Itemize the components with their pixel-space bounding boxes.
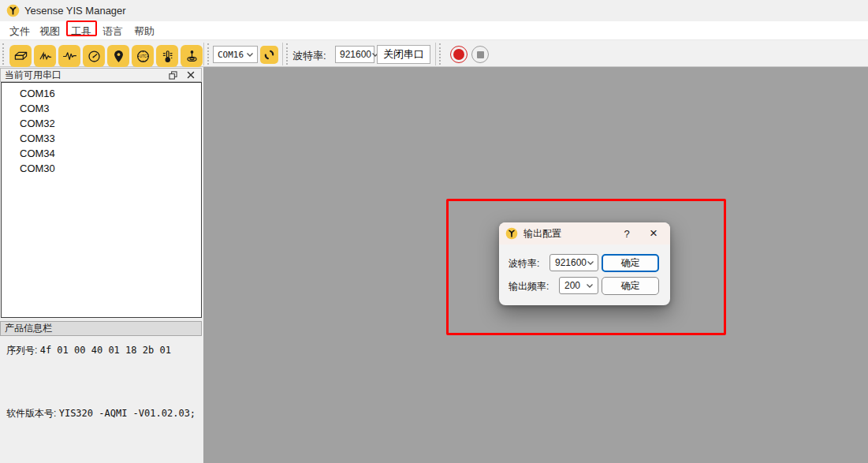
com-port-list: COM16 COM3 COM32 COM33 COM34 COM30: [1, 82, 202, 318]
dialog-body: 波特率: 921600 确定 输出频率: 200 确定: [499, 245, 670, 305]
waveform-icon: [62, 49, 77, 64]
com-port-list-item[interactable]: COM30: [2, 161, 201, 176]
toolbar-drag-handle[interactable]: [207, 43, 209, 65]
serial-number-value: 4f 01 00 40 01 18 2b 01: [40, 345, 171, 356]
output-config-dialog: 输出配置 ? × 波特率: 921600 确定 输出频率: 200: [499, 222, 670, 305]
panel-close-button[interactable]: [185, 70, 196, 80]
close-serial-port-button[interactable]: 关闭串口: [377, 45, 430, 64]
stop-button[interactable]: [471, 46, 489, 63]
dialog-logo-icon: [505, 227, 518, 240]
product-info-header: 产品信息栏: [0, 321, 202, 336]
com-port-select[interactable]: COM16: [213, 46, 258, 63]
baud-rate-label: 波特率:: [292, 49, 326, 63]
gauge-icon: [87, 49, 102, 64]
serial-port-panel-title: 当前可用串口: [5, 69, 61, 82]
dialog-output-rate-label: 输出频率:: [509, 280, 549, 293]
com-port-list-item[interactable]: COM32: [2, 116, 201, 131]
toolbar-separator: [282, 43, 283, 65]
serial-number-label: 序列号:: [6, 345, 37, 356]
toolbar-button-utc-clock[interactable]: UTC: [132, 45, 154, 67]
dialog-output-rate-value: 200: [564, 280, 580, 291]
temperature-icon: [160, 49, 175, 64]
toolbar-drag-handle[interactable]: [2, 43, 4, 65]
dialog-output-rate-ok-button[interactable]: 确定: [602, 277, 659, 295]
software-version-value: YIS320 -AQMI -V01.02.03;: [59, 408, 196, 419]
toolbar: UTC: [0, 39, 868, 67]
menu-item-help[interactable]: 帮助: [132, 24, 157, 38]
dialog-title-bar: 输出配置 ? ×: [499, 222, 670, 245]
attitude-curve-icon: [38, 49, 53, 64]
dialog-help-button[interactable]: ?: [620, 226, 634, 241]
dialog-title: 输出配置: [523, 227, 561, 241]
serial-port-panel: 当前可用串口 COM16 COM3 COM32 COM33: [0, 67, 203, 463]
record-button[interactable]: [450, 46, 468, 63]
baud-rate-value: 921600: [340, 49, 371, 60]
menu-bar: 文件 视图 工具 语言 帮助: [0, 21, 868, 39]
toolbar-button-vibration[interactable]: [181, 45, 203, 67]
software-version-label: 软件版本号:: [6, 408, 56, 419]
toolbar-button-temperature[interactable]: [156, 45, 178, 67]
dialog-baud-rate-ok-button[interactable]: 确定: [602, 254, 659, 272]
app-logo-icon: [6, 4, 20, 17]
window-title: Yesense YIS Manager: [24, 5, 126, 17]
dialog-baud-rate-value: 921600: [555, 257, 587, 268]
record-icon: [453, 49, 464, 60]
toolbar-button-attitude-curve[interactable]: [34, 45, 56, 67]
stop-icon: [477, 51, 484, 58]
panel-float-button[interactable]: [168, 70, 178, 80]
toolbar-button-waveform[interactable]: [58, 45, 80, 67]
com-port-list-item[interactable]: COM3: [2, 101, 201, 116]
toolbar-separator: [203, 43, 204, 65]
dialog-close-button[interactable]: ×: [645, 225, 662, 242]
dialog-baud-rate-select[interactable]: 921600: [549, 254, 598, 271]
menu-item-view[interactable]: 视图: [37, 24, 62, 38]
menu-item-language[interactable]: 语言: [100, 24, 125, 38]
com-port-list-item[interactable]: COM16: [2, 86, 201, 101]
chevron-down-icon: [246, 52, 254, 58]
menu-item-file[interactable]: 文件: [7, 24, 32, 38]
com-port-list-item[interactable]: COM33: [2, 131, 201, 146]
toolbar-drag-handle[interactable]: [439, 43, 441, 65]
location-icon: [111, 49, 126, 64]
toolbar-button-gauge[interactable]: [83, 45, 105, 67]
menu-item-tools[interactable]: 工具: [69, 24, 94, 38]
refresh-ports-button[interactable]: [260, 46, 278, 64]
toolbar-button-location[interactable]: [107, 45, 129, 67]
toolbar-separator: [435, 43, 436, 65]
title-bar: Yesense YIS Manager: [0, 0, 868, 21]
product-info-title: 产品信息栏: [5, 322, 52, 335]
app-window: Yesense YIS Manager 文件 视图 工具 语言 帮助: [0, 0, 868, 463]
vibration-icon: [184, 49, 199, 64]
software-version-row: 软件版本号: YIS320 -AQMI -V01.02.03;: [6, 407, 196, 420]
cube-3d-icon: [13, 49, 28, 64]
dialog-baud-rate-label: 波特率:: [509, 257, 539, 271]
serial-port-panel-header: 当前可用串口: [0, 68, 202, 82]
com-port-list-item[interactable]: COM34: [2, 146, 201, 161]
baud-rate-select[interactable]: 921600: [335, 46, 374, 63]
chevron-down-icon: [587, 260, 594, 266]
refresh-icon: [263, 49, 275, 61]
dialog-output-rate-select[interactable]: 200: [559, 277, 598, 294]
utc-clock-icon: UTC: [136, 49, 151, 64]
com-port-value: COM16: [218, 50, 244, 60]
toolbar-drag-handle[interactable]: [286, 43, 288, 65]
chevron-down-icon: [586, 283, 594, 289]
serial-number-row: 序列号: 4f 01 00 40 01 18 2b 01: [6, 344, 171, 357]
toolbar-button-cube-3d[interactable]: [9, 45, 32, 67]
svg-text:UTC: UTC: [139, 54, 147, 58]
